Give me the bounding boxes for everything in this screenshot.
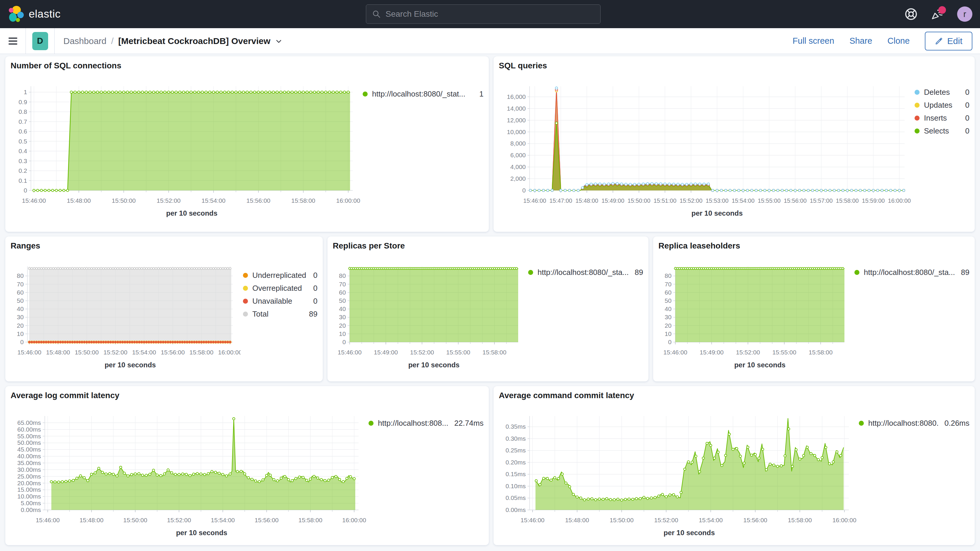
svg-text:10.00ms: 10.00ms [18, 493, 41, 500]
svg-text:60: 60 [665, 289, 671, 296]
svg-text:15:56:00: 15:56:00 [255, 517, 279, 524]
deployment-badge-cell: D [26, 28, 54, 54]
svg-text:15:49:00: 15:49:00 [374, 349, 398, 355]
svg-text:15:52:00: 15:52:00 [103, 349, 127, 355]
svg-text:0.25ms: 0.25ms [506, 447, 526, 454]
svg-text:15:54:00: 15:54:00 [132, 349, 156, 355]
legend-item[interactable]: http://localhost:808...22.74ms [369, 417, 484, 430]
svg-text:0.15ms: 0.15ms [506, 471, 526, 477]
clone-button[interactable]: Clone [888, 36, 910, 46]
search-input[interactable] [385, 10, 595, 19]
panel-title: Replica leaseholders [659, 241, 969, 250]
legend-series-value: 89 [635, 268, 643, 277]
legend-series-dot [854, 270, 859, 275]
legend-item[interactable]: http://localhost:8080...0.26ms [859, 417, 969, 430]
dashboard-toolbar: D Dashboard / [Metricbeat CockroachDB] O… [0, 28, 980, 54]
svg-text:0.4: 0.4 [19, 148, 27, 154]
svg-text:15:46:00: 15:46:00 [18, 349, 41, 355]
chart-legend: http://localhost:808...22.74ms [366, 402, 484, 540]
replica-leaseholders-chart[interactable]: 0102030405060708015:46:0015:49:0015:52:0… [659, 252, 852, 372]
svg-text:15:58:00: 15:58:00 [836, 197, 859, 204]
command-commit-latency-chart[interactable]: 0.00ms0.05ms0.10ms0.15ms0.20ms0.25ms0.30… [499, 402, 856, 540]
svg-text:per 10 seconds: per 10 seconds [408, 361, 460, 369]
svg-text:15:46:00: 15:46:00 [663, 349, 687, 355]
legend-series-label: http://localhost:8080/_sta... [864, 268, 956, 277]
page-title[interactable]: [Metricbeat CockroachDB] Overview [118, 36, 283, 46]
svg-text:0.7: 0.7 [19, 118, 27, 125]
svg-text:50: 50 [665, 297, 671, 304]
legend-series-dot [915, 103, 920, 108]
legend-item[interactable]: Selects0 [915, 124, 969, 137]
legend-item[interactable]: Total89 [243, 307, 318, 320]
svg-text:15:56:00: 15:56:00 [784, 197, 807, 204]
badge-letter: D [37, 36, 43, 46]
svg-text:15:46:00: 15:46:00 [520, 517, 544, 524]
panel-title: SQL queries [499, 61, 969, 70]
menu-button[interactable] [0, 28, 26, 54]
svg-text:15:51:00: 15:51:00 [654, 197, 676, 204]
svg-text:15:48:00: 15:48:00 [46, 349, 70, 355]
hamburger-icon [8, 36, 18, 46]
svg-text:15:46:00: 15:46:00 [22, 197, 46, 204]
svg-text:20: 20 [17, 322, 24, 329]
replicas-per-store-chart[interactable]: 0102030405060708015:46:0015:49:0015:52:0… [333, 252, 526, 372]
svg-text:15:48:00: 15:48:00 [565, 517, 589, 524]
panel-title: Ranges [11, 241, 318, 250]
legend-item[interactable]: http://localhost:8080/_sta...89 [528, 266, 643, 279]
full-screen-button[interactable]: Full screen [792, 36, 834, 46]
legend-series-value: 22.74ms [454, 419, 484, 428]
svg-text:15:50:00: 15:50:00 [123, 517, 147, 524]
svg-text:15:54:00: 15:54:00 [698, 517, 723, 524]
svg-text:per 10 seconds: per 10 seconds [692, 209, 743, 217]
legend-series-dot [859, 421, 864, 426]
legend-item[interactable]: http://localhost:8080/_sta...89 [854, 266, 969, 279]
edit-button[interactable]: Edit [925, 32, 972, 51]
sql-queries-chart[interactable]: 02,0004,0006,0008,00010,00012,00014,0001… [499, 72, 912, 220]
dashboard-grid: Number of SQL connections 00.10.20.30.40… [0, 54, 980, 548]
user-avatar[interactable]: r [957, 6, 972, 22]
legend-item[interactable]: Unavailable0 [243, 295, 318, 307]
log-commit-latency-chart[interactable]: 0.00ms5.00ms10.00ms15.00ms20.00ms25.00ms… [11, 402, 366, 540]
legend-item[interactable]: Inserts0 [915, 111, 969, 124]
svg-text:0.05ms: 0.05ms [506, 494, 526, 501]
legend-item[interactable]: http://localhost:8080/_stat...1 [363, 88, 484, 100]
svg-text:35.00ms: 35.00ms [18, 459, 41, 466]
svg-text:40: 40 [17, 306, 24, 312]
legend-item[interactable]: Deletes0 [915, 86, 969, 99]
ranges-chart[interactable]: 0102030405060708015:46:0015:48:0015:50:0… [11, 252, 240, 372]
svg-text:15:48:00: 15:48:00 [575, 197, 598, 204]
svg-text:15:48:00: 15:48:00 [67, 197, 91, 204]
svg-text:0.8: 0.8 [19, 108, 27, 115]
top-header: elastic [0, 0, 980, 28]
legend-series-value: 0 [965, 113, 969, 123]
legend-series-label: http://localhost:808... [378, 419, 449, 428]
svg-text:15:54:00: 15:54:00 [732, 197, 755, 204]
legend-series-label: Overreplicated [252, 284, 308, 293]
legend-item[interactable]: Updates0 [915, 99, 969, 111]
global-search[interactable] [366, 5, 601, 24]
legend-series-dot [915, 90, 920, 95]
svg-text:16:00:00: 16:00:00 [888, 197, 911, 204]
newsfeed-button[interactable] [931, 7, 944, 21]
svg-text:15:49:00: 15:49:00 [700, 349, 724, 355]
legend-series-label: http://localhost:8080/_sta... [538, 268, 629, 277]
share-button[interactable]: Share [850, 36, 872, 46]
search-icon [372, 10, 381, 19]
svg-text:15:58:00: 15:58:00 [291, 197, 315, 204]
elastic-logo[interactable]: elastic [8, 5, 60, 23]
sql-connections-chart[interactable]: 00.10.20.30.40.50.60.70.80.9115:46:0015:… [11, 72, 360, 220]
edit-button-label: Edit [947, 36, 963, 46]
svg-text:60.00ms: 60.00ms [18, 426, 41, 433]
help-button[interactable] [904, 7, 918, 21]
deployment-badge[interactable]: D [32, 32, 48, 50]
legend-series-label: http://localhost:8080... [868, 419, 939, 428]
page-title-text: [Metricbeat CockroachDB] Overview [118, 36, 270, 46]
legend-series-value: 0 [313, 271, 318, 280]
legend-item[interactable]: Underreplicated0 [243, 269, 318, 282]
svg-text:15:50:00: 15:50:00 [112, 197, 136, 204]
svg-text:8,000: 8,000 [510, 140, 526, 147]
legend-series-dot [363, 92, 368, 97]
legend-item[interactable]: Overreplicated0 [243, 282, 318, 295]
svg-text:15:56:00: 15:56:00 [247, 197, 270, 204]
breadcrumb-dashboard-link[interactable]: Dashboard [64, 36, 107, 46]
